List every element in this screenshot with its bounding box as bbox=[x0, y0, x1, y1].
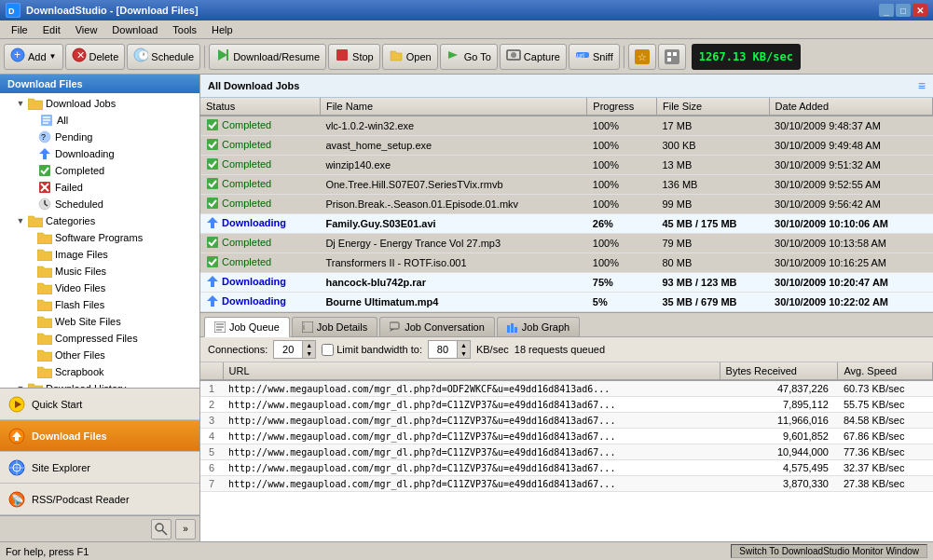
monitor-window-btn[interactable]: Switch To DownloadStudio Monitor Window bbox=[731, 544, 927, 558]
icon-btn-1[interactable]: ☆ bbox=[628, 44, 656, 70]
cell-progress: 100% bbox=[587, 156, 657, 175]
bandwidth-spinbox[interactable]: ▲ ▼ bbox=[428, 340, 471, 359]
menu-download[interactable]: Download bbox=[104, 22, 165, 37]
table-row[interactable]: Completed One.Tree.Hill.S07E07.SeriesTVi… bbox=[200, 175, 933, 195]
minimize-button[interactable]: _ bbox=[879, 4, 894, 17]
bandwidth-down-btn[interactable]: ▼ bbox=[457, 349, 470, 358]
bottom-panel: Job Queue i Job Details Job Conversation… bbox=[200, 313, 933, 541]
bandwidth-up-btn[interactable]: ▲ bbox=[457, 341, 470, 349]
check-icon: Completed bbox=[206, 118, 271, 131]
goto-icon bbox=[446, 48, 461, 65]
table-row[interactable]: Completed Dj Energy - Energy Trance Vol … bbox=[200, 234, 933, 253]
tab-job-details[interactable]: i Job Details bbox=[292, 317, 377, 336]
tree-scheduled[interactable]: Scheduled bbox=[0, 196, 199, 212]
tree-all[interactable]: All bbox=[0, 112, 199, 129]
url-table-row[interactable]: 2 http://www.megaupload.com/mgr_dl.php?d… bbox=[200, 397, 933, 413]
svg-rect-69 bbox=[507, 325, 510, 333]
connections-label: Connections: bbox=[208, 344, 268, 355]
tree-downloading[interactable]: Downloading bbox=[0, 145, 199, 162]
table-row[interactable]: Completed winzip140.exe 100% 13 MB 30/10… bbox=[200, 156, 933, 175]
nav-rss-reader[interactable]: 📡 RSS/Podcast Reader bbox=[0, 484, 199, 515]
sidebar-expand-btn[interactable]: » bbox=[175, 519, 196, 540]
connections-down-btn[interactable]: ▼ bbox=[302, 349, 315, 358]
sidebar-search-btn[interactable] bbox=[151, 519, 172, 540]
open-button[interactable]: Open bbox=[382, 44, 438, 70]
table-row[interactable]: Completed Transformers II - ROTF.iso.001… bbox=[200, 253, 933, 273]
tree-other[interactable]: Other Files bbox=[0, 347, 199, 363]
menu-file[interactable]: File bbox=[4, 22, 35, 37]
bandwidth-limit-checkbox[interactable] bbox=[322, 344, 334, 356]
check-icon: Completed bbox=[206, 236, 271, 249]
sniff-button[interactable]: url Sniff bbox=[569, 44, 620, 70]
download-resume-button[interactable]: Download/Resume bbox=[209, 44, 326, 70]
table-row[interactable]: Downloading Bourne Ultimatum.mp4 5% 35 M… bbox=[200, 293, 933, 312]
url-table-row[interactable]: 4 http://www.megaupload.com/mgr_dl.php?d… bbox=[200, 429, 933, 444]
table-row[interactable]: Completed Prison.Break.-.Season.01.Episo… bbox=[200, 195, 933, 214]
tree-completed[interactable]: Completed bbox=[0, 162, 199, 179]
table-row[interactable]: Downloading Family.Guy.S03E01.avi 26% 45… bbox=[200, 214, 933, 234]
tree-images[interactable]: Image Files bbox=[0, 246, 199, 263]
schedule-button[interactable]: 🕐 Schedule bbox=[127, 44, 200, 70]
connections-input[interactable] bbox=[274, 343, 302, 356]
col-speed: Avg. Speed bbox=[838, 362, 933, 380]
cell-dateadded: 30/10/2009 9:56:42 AM bbox=[769, 195, 932, 214]
url-table-row[interactable]: 7 http://www.megaupload.com/mgr_dl.php?d… bbox=[200, 476, 933, 492]
stop-button[interactable]: Stop bbox=[328, 44, 380, 70]
tree-website[interactable]: Web Site Files bbox=[0, 313, 199, 330]
maximize-button[interactable]: □ bbox=[896, 4, 911, 17]
tree-failed[interactable]: Failed bbox=[0, 179, 199, 196]
connections-up-btn[interactable]: ▲ bbox=[302, 341, 315, 349]
toolbar: + Add ▼ ✕ Delete 🕐 Schedule Download/Res… bbox=[0, 39, 933, 75]
tree-software[interactable]: Software Programs bbox=[0, 229, 199, 246]
tree-categories[interactable]: ▼ Categories bbox=[0, 212, 199, 229]
url-table-row[interactable]: 1 http://www.megaupload.com/mgr_dl.php?d… bbox=[200, 380, 933, 397]
cell-avg-speed: 32.37 KB/sec bbox=[838, 460, 933, 476]
tree-compressed[interactable]: Compressed Files bbox=[0, 330, 199, 347]
url-table-row[interactable]: 6 http://www.megaupload.com/mgr_dl.php?d… bbox=[200, 460, 933, 476]
url-table-row[interactable]: 5 http://www.megaupload.com/mgr_dl.php?d… bbox=[200, 444, 933, 460]
add-icon: + bbox=[10, 48, 25, 65]
tab-job-queue[interactable]: Job Queue bbox=[204, 317, 290, 337]
table-row[interactable]: Completed vlc-1.0.2-win32.exe 100% 17 MB… bbox=[200, 116, 933, 136]
cell-bytes-received: 7,895,112 bbox=[720, 397, 838, 413]
bandwidth-input[interactable] bbox=[429, 343, 457, 356]
nav-download-files[interactable]: Download Files bbox=[0, 420, 199, 452]
tree-music[interactable]: Music Files bbox=[0, 263, 199, 280]
tab-job-conversation[interactable]: Job Conversation bbox=[379, 317, 495, 336]
download-resume-icon bbox=[215, 48, 230, 65]
capture-button[interactable]: Capture bbox=[500, 44, 567, 70]
menu-edit[interactable]: Edit bbox=[35, 22, 68, 37]
tree-video[interactable]: Video Files bbox=[0, 280, 199, 296]
delete-icon: ✕ bbox=[72, 48, 87, 65]
nav-site-explorer[interactable]: Site Explorer bbox=[0, 452, 199, 484]
svg-rect-21 bbox=[667, 58, 671, 61]
cell-filesize: 45 MB / 175 MB bbox=[656, 214, 769, 234]
connections-spinbox[interactable]: ▲ ▼ bbox=[273, 340, 316, 359]
close-button[interactable]: ✕ bbox=[912, 4, 927, 17]
url-table-row[interactable]: 3 http://www.megaupload.com/mgr_dl.php?d… bbox=[200, 413, 933, 429]
delete-button[interactable]: ✕ Delete bbox=[65, 44, 126, 70]
svg-marker-60 bbox=[207, 295, 218, 307]
status-bar: For help, press F1 Switch To DownloadStu… bbox=[0, 541, 933, 560]
cell-avg-speed: 67.86 KB/sec bbox=[838, 429, 933, 444]
download-table-area: Status File Name Progress File Size Date… bbox=[200, 98, 933, 313]
tree-history[interactable]: ▼ Download History bbox=[0, 380, 199, 388]
table-row[interactable]: Completed avast_home_setup.exe 100% 300 … bbox=[200, 136, 933, 156]
tab-job-graph[interactable]: Job Graph bbox=[497, 317, 580, 336]
menu-help[interactable]: Help bbox=[204, 22, 240, 37]
icon-btn-2[interactable] bbox=[658, 44, 686, 70]
menu-tools[interactable]: Tools bbox=[165, 22, 204, 37]
tree-download-jobs[interactable]: ▼ Download Jobs bbox=[0, 95, 199, 112]
folder-icon bbox=[28, 96, 43, 111]
goto-button[interactable]: Go To bbox=[440, 44, 498, 70]
history-folder-icon bbox=[28, 381, 43, 388]
menu-view[interactable]: View bbox=[68, 22, 105, 37]
other-folder-icon bbox=[37, 348, 52, 362]
tree-pending[interactable]: ? Pending bbox=[0, 129, 199, 145]
table-row[interactable]: Downloading hancock-blu742p.rar 75% 93 M… bbox=[200, 273, 933, 293]
tree-scrapbook[interactable]: Scrapbook bbox=[0, 363, 199, 380]
add-button[interactable]: + Add ▼ bbox=[4, 44, 63, 70]
svg-text:url: url bbox=[577, 52, 584, 59]
tree-flash[interactable]: Flash Files bbox=[0, 296, 199, 313]
nav-quick-start[interactable]: Quick Start bbox=[0, 389, 199, 420]
